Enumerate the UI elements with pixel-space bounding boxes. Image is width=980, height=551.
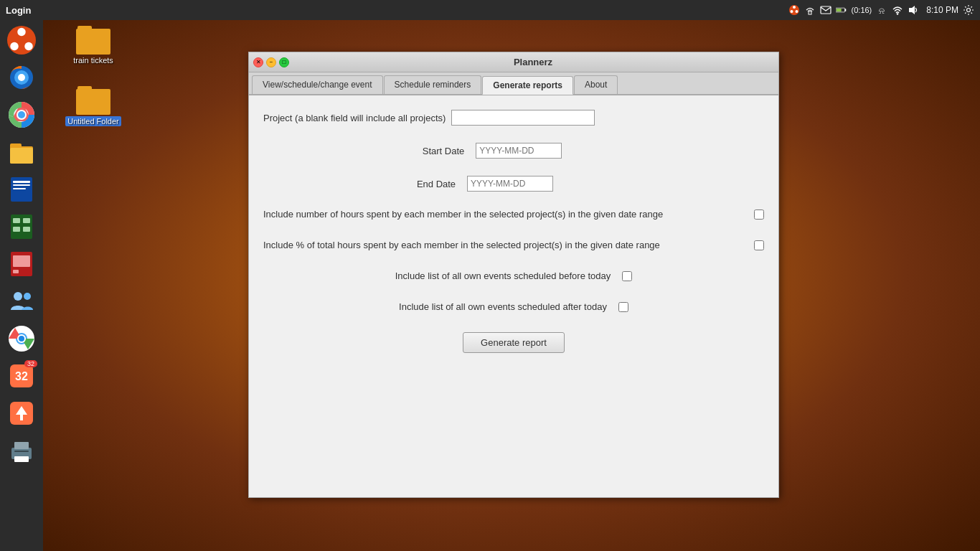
svg-rect-7: [844, 9, 846, 11]
window-content: Project (a blank field will include all …: [249, 95, 778, 497]
svg-rect-8: [836, 9, 841, 11]
svg-point-36: [14, 292, 22, 301]
train-tickets-folder-icon: [76, 26, 110, 55]
sidebar-app-calc[interactable]: [4, 209, 39, 244]
svg-rect-47: [14, 442, 29, 449]
check-after-today-checkbox[interactable]: [618, 302, 628, 312]
sidebar-app-writer[interactable]: [4, 172, 39, 207]
sidebar-app-users[interactable]: [4, 284, 39, 319]
project-input[interactable]: [451, 110, 595, 126]
svg-rect-5: [821, 6, 831, 14]
svg-point-37: [24, 293, 31, 300]
svg-rect-48: [14, 456, 29, 462]
svg-text:32: 32: [15, 370, 28, 382]
sidebar-app-impress[interactable]: [4, 247, 39, 281]
svg-point-13: [10, 42, 18, 50]
tab-generate-reports[interactable]: Generate reports: [482, 76, 573, 95]
mail-icon[interactable]: [820, 4, 831, 16]
svg-point-14: [24, 42, 32, 50]
svg-point-11: [967, 9, 971, 12]
check-before-today-label: Include list of all own events scheduled…: [395, 270, 611, 281]
tab-bar: View/schedule/change event Schedule remi…: [249, 72, 778, 95]
desktop-icon-untitled-folder[interactable]: Untitled Folder: [65, 86, 122, 126]
check-percent-row: Include % of total hours spent by each m…: [263, 240, 764, 250]
check-before-today-checkbox[interactable]: [622, 271, 632, 281]
check-after-today-row: Include list of all own events scheduled…: [263, 301, 764, 312]
svg-rect-26: [13, 184, 30, 186]
window-title: Plannerz: [292, 57, 774, 67]
desktop-icon-train-tickets[interactable]: train tickets: [65, 26, 122, 65]
svg-rect-30: [23, 218, 30, 223]
check-before-today-row: Include list of all own events scheduled…: [263, 270, 764, 281]
svg-marker-10: [909, 6, 915, 14]
svg-rect-49: [14, 451, 29, 452]
ubuntu-tray-icon[interactable]: [788, 4, 800, 16]
sidebar-app-upload[interactable]: [4, 396, 39, 430]
ubuntu-icon: [7, 26, 36, 55]
sidebar-app-chromium[interactable]: [4, 98, 39, 132]
untitled-folder-label: Untitled Folder: [65, 116, 121, 126]
tab-view-schedule[interactable]: View/schedule/change event: [252, 75, 383, 94]
tab-about[interactable]: About: [574, 75, 618, 94]
close-icon: ✕: [256, 59, 261, 65]
svg-point-41: [19, 336, 24, 342]
svg-rect-32: [23, 227, 30, 232]
minimize-icon: −: [270, 59, 273, 65]
start-date-label: Start Date: [423, 146, 465, 156]
maximize-button[interactable]: □: [279, 57, 289, 67]
sidebar-app-files[interactable]: [4, 135, 39, 169]
battery-icon: [836, 4, 847, 16]
volume-icon[interactable]: [908, 4, 919, 16]
sidebar: 32 32: [0, 20, 43, 551]
check-percent-label: Include % of total hours spent by each m…: [263, 240, 747, 250]
window-titlebar: ✕ − □ Plannerz: [249, 52, 778, 72]
svg-point-12: [17, 28, 25, 36]
svg-rect-31: [13, 227, 20, 232]
check-after-today-label: Include list of all own events scheduled…: [399, 301, 607, 312]
sidebar-app-ubuntu[interactable]: [4, 23, 39, 57]
svg-point-2: [790, 10, 793, 13]
svg-rect-35: [13, 270, 19, 273]
wifi-icon[interactable]: [892, 4, 903, 16]
svg-point-1: [793, 6, 796, 9]
maximize-icon: □: [283, 59, 286, 65]
train-tickets-label: train tickets: [73, 56, 113, 65]
sidebar-app-badge[interactable]: 32 32: [4, 359, 39, 393]
svg-point-9: [897, 13, 898, 14]
taskbar: Login (0:16) ⍾ 8:10 PM: [0, 0, 980, 20]
plannerz-window: ✕ − □ Plannerz View/schedule/change even…: [248, 52, 779, 498]
check-hours-label: Include number of hours spent by each me…: [263, 209, 747, 220]
svg-point-3: [795, 10, 798, 13]
close-button[interactable]: ✕: [253, 57, 263, 67]
end-date-label: End Date: [417, 179, 456, 189]
check-hours-checkbox[interactable]: [754, 209, 764, 220]
minimize-button[interactable]: −: [266, 57, 276, 67]
network-icon[interactable]: [804, 4, 816, 16]
sidebar-app-firefox[interactable]: [4, 60, 39, 95]
svg-rect-34: [13, 255, 30, 267]
untitled-folder-icon: [76, 86, 110, 115]
end-date-input[interactable]: [467, 176, 553, 192]
svg-rect-25: [13, 181, 30, 183]
clock: 8:10 PM: [926, 5, 958, 15]
start-date-input[interactable]: [476, 143, 562, 159]
bluetooth-icon[interactable]: ⍾: [876, 4, 887, 16]
project-row: Project (a blank field will include all …: [263, 110, 764, 126]
check-percent-checkbox[interactable]: [754, 240, 764, 250]
project-label: Project (a blank field will include all …: [263, 113, 446, 123]
svg-point-17: [18, 74, 25, 81]
login-label: Login: [6, 5, 31, 16]
end-date-row: End Date: [206, 176, 764, 192]
svg-rect-23: [10, 148, 33, 164]
settings-icon[interactable]: [963, 4, 974, 16]
sidebar-app-chrome[interactable]: [4, 321, 39, 356]
check-hours-row: Include number of hours spent by each me…: [263, 209, 764, 220]
battery-time: (0:16): [852, 6, 872, 14]
generate-report-button[interactable]: Generate report: [463, 332, 565, 353]
svg-rect-29: [13, 218, 20, 223]
start-date-row: Start Date: [220, 143, 764, 159]
tab-schedule-reminders[interactable]: Schedule reminders: [384, 75, 482, 94]
system-tray: (0:16) ⍾ 8:10 PM: [788, 4, 974, 16]
sidebar-app-printer[interactable]: [4, 433, 39, 468]
svg-rect-27: [13, 188, 26, 189]
